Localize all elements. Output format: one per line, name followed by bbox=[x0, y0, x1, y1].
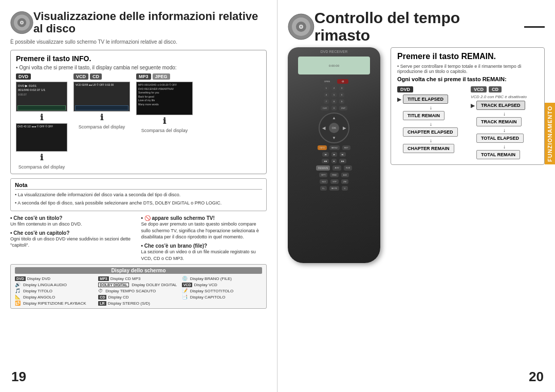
rbtn-step[interactable]: STP bbox=[330, 179, 339, 184]
bullet-brano: • Che cos'è un brano (file)? La sezione … bbox=[141, 243, 267, 262]
rbtn-sub[interactable]: SUB bbox=[344, 165, 352, 171]
rbtn-7[interactable]: 7 bbox=[324, 99, 329, 104]
vcd-screen: VCD 02/05 ●● LR © OFF 0:02:30 bbox=[73, 82, 130, 111]
rbtn-9[interactable]: 9 bbox=[339, 99, 344, 104]
rbtn-vol-down[interactable]: V- bbox=[342, 186, 348, 191]
bullets-container: • Che cos'è un titolo? Un film contenuto… bbox=[10, 215, 267, 264]
rbtn-ab[interactable]: A-B bbox=[341, 173, 349, 177]
nota-item-1: • La visualizzazione delle informazioni … bbox=[15, 192, 262, 198]
display-mp3: MP3 Display CD MP3 bbox=[98, 276, 178, 281]
vcd-cd-group: VCD CD VCD 02/05 ●● LR © OFF 0:02:30 ℹ S… bbox=[73, 73, 130, 129]
flow-item-total-remain: ▶ TOTAL REMAIN bbox=[471, 150, 538, 159]
dvd-group: DVD DVD ▶ 01/01 001/040 0:02:37 1/1 0:00… bbox=[16, 73, 67, 170]
rbtn-3[interactable]: 3 bbox=[339, 86, 344, 90]
flow-item-track-remain: ▶ TRACK REMAIN bbox=[471, 117, 538, 126]
remote-buttons: OPEN ⏻ 1 2 3 4 5 6 7 8 bbox=[293, 79, 375, 193]
left-header: Visualizzazione delle informazioni relat… bbox=[10, 9, 267, 36]
dvd-flow-col: DVD ▶ TITLE ELAPSED ↓ ▶ TITLE REMAIN bbox=[397, 86, 465, 160]
bullets-left: • Che cos'è un titolo? Un film contenuto… bbox=[10, 215, 136, 264]
cd-flow-tag: CD bbox=[489, 86, 502, 92]
display-capitolo: 📑 Display CAPITOLO bbox=[182, 294, 262, 300]
rbtn-info[interactable]: INFO bbox=[318, 145, 327, 150]
rbtn-next[interactable]: ▶| bbox=[340, 152, 346, 157]
flow-item-title-remain: ▶ TITLE REMAIN bbox=[397, 111, 465, 120]
svg-point-4 bbox=[21, 22, 23, 23]
rbtn-random[interactable]: RND bbox=[330, 173, 339, 177]
svg-point-9 bbox=[300, 26, 302, 28]
left-page: Visualizzazione delle informazioni relat… bbox=[0, 0, 278, 392]
vcd-tag: VCD bbox=[73, 73, 88, 80]
rbtn-mute[interactable]: MUTE bbox=[329, 186, 339, 191]
rbtn-2[interactable]: 2 bbox=[331, 86, 337, 90]
remote-control: DVD RECEIVER 0:00:00 OPEN ⏻ 1 2 3 bbox=[288, 47, 380, 263]
rbtn-ff[interactable]: ▶▶ bbox=[339, 159, 346, 163]
vcd-cd-screen-label: Scomparsa del display bbox=[79, 124, 125, 129]
header-divider bbox=[524, 26, 545, 28]
mp3-jpeg-group: MP3 JPEG MP3 0001/0043 ⊙ 0:00:20 © OFF D… bbox=[136, 73, 193, 133]
mp3-tag: MP3 bbox=[136, 73, 151, 80]
rbtn-slow[interactable]: SLO bbox=[320, 179, 328, 184]
page-number-left: 19 bbox=[11, 369, 26, 385]
rbtn-6[interactable]: 6 bbox=[339, 92, 344, 97]
rbtn-audio[interactable]: AUD bbox=[332, 165, 341, 171]
nav-enter[interactable]: OK bbox=[329, 123, 339, 133]
bullet-schermo: • 🚫 appare sullo schermo TV! Se dopo ave… bbox=[141, 215, 267, 240]
remain-subtitle: • Serve per controllare il tempo totale … bbox=[397, 64, 538, 74]
right-page-title: Controllo del tempo rimasto bbox=[314, 9, 519, 44]
rbtn-remain[interactable]: REMAIN bbox=[316, 165, 330, 171]
remain-title: Premere il tasto REMAIN. bbox=[397, 52, 538, 61]
rbtn-4[interactable]: 4 bbox=[324, 92, 329, 97]
info-title: Premere il tasto INFO. bbox=[16, 54, 261, 63]
pbc-note: VCD 2.0 con PBC è disattivato bbox=[471, 95, 538, 99]
display-dvd: DVD Display DVD bbox=[15, 276, 95, 281]
rbtn-8[interactable]: 8 bbox=[331, 99, 337, 104]
display-box: Display dello schermo DVD Display DVD MP… bbox=[10, 264, 267, 309]
display-grid: DVD Display DVD MP3 Display CD MP3 💿 Dis… bbox=[15, 276, 262, 306]
rbtn-clear[interactable]: CLR bbox=[321, 106, 329, 110]
flow-item-total-elapsed: ▶ TOTAL ELAPSED bbox=[471, 134, 538, 143]
left-page-title: Visualizzazione delle informazioni relat… bbox=[33, 10, 267, 35]
dvd-screen-label: Scomparsa del display bbox=[18, 164, 65, 170]
flow-box-total-elapsed: TOTAL ELAPSED bbox=[476, 134, 524, 143]
nota-item-2: • A seconda del tipo di disco, sarà poss… bbox=[15, 200, 262, 207]
rbtn-vol-up[interactable]: V+ bbox=[320, 186, 327, 191]
flow-box-title-elapsed: TITLE ELAPSED bbox=[403, 95, 448, 104]
rbtn-repeat[interactable]: RPT bbox=[319, 173, 327, 177]
nav-circle: ▲ ▼ ◀ ▶ OK bbox=[319, 113, 349, 143]
vcd-flow-tag: VCD bbox=[471, 86, 487, 92]
remote-screen: 0:00:00 bbox=[298, 57, 370, 74]
bullet-capitolo: • Che cos'è un capitolo? Ogni titolo di … bbox=[10, 230, 136, 249]
rbtn-0[interactable]: 0 bbox=[331, 106, 337, 110]
display-stereo: LR Display STEREO (S/D) bbox=[98, 301, 178, 306]
flow-item-track-elapsed: ▶ TRACK ELAPSED bbox=[471, 101, 538, 110]
bullet-titolo: • Che cos'è un titolo? Un film contenuto… bbox=[10, 215, 136, 228]
remote-control-area: DVD RECEIVER 0:00:00 OPEN ⏻ 1 2 3 bbox=[288, 47, 385, 263]
dvd-screen-2: DVD 43 1/2 ●●● © OFF © OFF bbox=[16, 123, 67, 152]
flow-item-chapter-elapsed: ▶ CHAPTER ELAPSED bbox=[397, 127, 465, 137]
rbtn-return[interactable]: RET bbox=[342, 145, 350, 150]
display-tempo: ⏱ Display TEMPO SCADUTO bbox=[98, 288, 178, 293]
rbtn-rewind[interactable]: ◀◀ bbox=[322, 159, 329, 163]
disc-icon-right bbox=[288, 13, 314, 40]
rbtn-enter[interactable]: ENT bbox=[339, 106, 347, 110]
right-header: Controllo del tempo rimasto bbox=[288, 9, 545, 44]
display-cd: CD Display CD bbox=[98, 294, 178, 300]
flow-box-title-remain: TITLE REMAIN bbox=[403, 111, 445, 120]
right-content: DVD RECEIVER 0:00:00 OPEN ⏻ 1 2 3 bbox=[288, 47, 545, 263]
rbtn-play[interactable]: ▶ bbox=[331, 152, 337, 157]
rbtn-zoom[interactable]: ZM bbox=[341, 179, 348, 184]
jpeg-tag: JPEG bbox=[153, 73, 170, 80]
rbtn-power[interactable]: ⏻ bbox=[337, 79, 348, 84]
rbtn-5[interactable]: 5 bbox=[331, 92, 337, 97]
display-brano: 💿 Display BRANO (FILE) bbox=[182, 276, 262, 281]
disc-icon-left bbox=[10, 9, 33, 36]
rbtn-prev[interactable]: |◀ bbox=[322, 152, 328, 157]
rbtn-stop[interactable]: ■ bbox=[331, 159, 337, 163]
rbtn-open[interactable]: OPEN bbox=[320, 79, 335, 84]
flow-item-chapter-remain: ▶ CHAPTER REMAIN bbox=[397, 144, 465, 153]
rbtn-menu[interactable]: MENU bbox=[329, 145, 340, 150]
info-section: Premere il tasto INFO. • Ogni volta che … bbox=[10, 50, 267, 174]
rbtn-1[interactable]: 1 bbox=[324, 86, 329, 90]
nota-box: Nota • La visualizzazione delle informaz… bbox=[10, 178, 267, 211]
display-vcd: VCD Display VCD bbox=[182, 282, 262, 287]
